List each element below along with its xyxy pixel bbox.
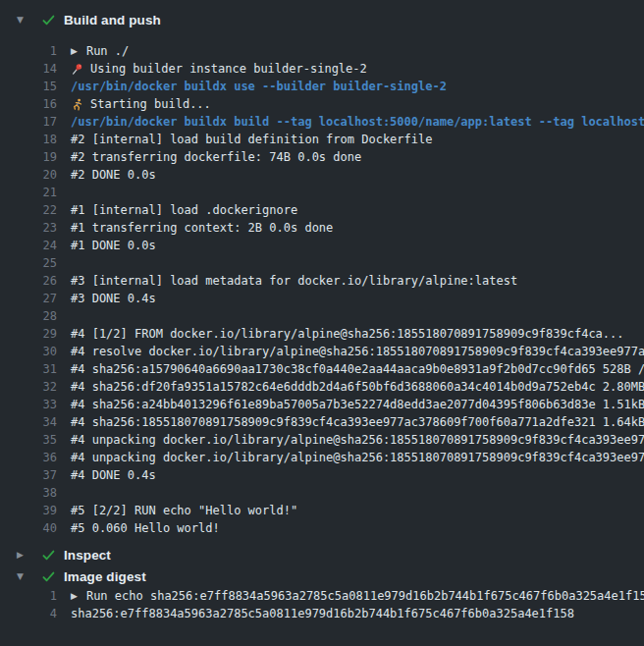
line-content: #1 transferring context: 2B 0.0s done — [57, 221, 644, 235]
line-content: sha256:e7ff8834a5963a2785c5a0811e979d16b… — [57, 607, 644, 620]
disclosure-triangle-icon[interactable]: ▼ — [17, 9, 41, 30]
log-line: 40 #5 0.060 Hello world! — [0, 519, 644, 537]
line-number[interactable]: 18 — [0, 133, 57, 146]
log-line: 30 #4 resolve docker.io/library/alpine@s… — [0, 343, 644, 360]
line-number[interactable]: 20 — [0, 168, 57, 182]
line-number[interactable]: 26 — [0, 274, 57, 288]
play-icon[interactable]: ▶ — [71, 46, 78, 56]
line-content: #3 DONE 0.4s — [57, 292, 644, 305]
log-line: 35 #4 unpacking docker.io/library/alpine… — [0, 431, 644, 449]
section-header[interactable]: ▼ Build and push — [0, 9, 644, 30]
line-content: Using builder instance builder-single-2 — [57, 62, 644, 76]
line-content: #4 unpacking docker.io/library/alpine@sh… — [57, 451, 644, 464]
line-content: #4 unpacking docker.io/library/alpine@sh… — [57, 433, 644, 447]
line-content: #2 [internal] load build definition from… — [57, 133, 644, 146]
line-text: #4 sha256:185518070891758909c9f839cf4ca3… — [71, 415, 644, 429]
line-number[interactable]: 21 — [0, 186, 57, 199]
log-line: 33 #4 sha256:a24bb4013296f61e89ba57005a7… — [0, 396, 644, 413]
line-number[interactable]: 33 — [0, 398, 57, 411]
line-content: #4 sha256:a24bb4013296f61e89ba57005a7b3e… — [57, 398, 644, 411]
log-line: 18 #2 [internal] load build definition f… — [0, 131, 644, 148]
line-content: Starting build... — [57, 97, 644, 111]
pushpin-icon — [71, 63, 83, 76]
line-number[interactable]: 28 — [0, 309, 57, 323]
section-title: Build and push — [64, 13, 161, 27]
line-text: Starting build... — [90, 97, 211, 111]
line-content: #2 transferring dockerfile: 74B 0.0s don… — [57, 150, 644, 164]
log-line: 26 #3 [internal] load metadata for docke… — [0, 272, 644, 290]
line-number[interactable]: 23 — [0, 221, 57, 235]
line-number[interactable]: 27 — [0, 292, 57, 305]
line-number[interactable]: 39 — [0, 504, 57, 517]
log-line: 24 #1 DONE 0.0s — [0, 237, 644, 254]
line-number[interactable]: 1 — [0, 44, 57, 58]
section-header[interactable]: ▶ Inspect — [0, 544, 644, 565]
log-line: 37 #4 DONE 0.4s — [0, 466, 644, 484]
success-check-icon — [41, 548, 64, 563]
log-line: 4 sha256:e7ff8834a5963a2785c5a0811e979d1… — [0, 605, 644, 622]
log-line: 28 — [0, 307, 644, 325]
log-line: 1 ▶ Run echo sha256:e7ff8834a5963a2785c5… — [0, 587, 644, 605]
play-icon[interactable]: ▶ — [71, 591, 78, 601]
line-content: #4 [1/2] FROM docker.io/library/alpine@s… — [57, 327, 644, 341]
log-lines: 1 ▶ Run echo sha256:e7ff8834a5963a2785c5… — [0, 587, 644, 622]
line-text: #4 unpacking docker.io/library/alpine@sh… — [71, 451, 644, 464]
line-number[interactable]: 29 — [0, 327, 57, 341]
log-line: 32 #4 sha256:df20fa9351a15782c64e6dddb2d… — [0, 378, 644, 396]
line-number[interactable]: 24 — [0, 239, 57, 252]
line-number[interactable]: 34 — [0, 415, 57, 429]
line-number[interactable]: 25 — [0, 256, 57, 270]
line-number[interactable]: 14 — [0, 62, 57, 76]
section-header[interactable]: ▼ Image digest — [0, 565, 644, 587]
line-content: #3 [internal] load metadata for docker.i… — [57, 274, 644, 288]
line-content: #1 DONE 0.0s — [57, 239, 644, 252]
line-text: #1 [internal] load .dockerignore — [71, 203, 297, 217]
line-text: #2 DONE 0.0s — [71, 168, 156, 182]
line-number[interactable]: 31 — [0, 362, 57, 376]
line-number[interactable]: 16 — [0, 97, 57, 111]
line-number[interactable]: 36 — [0, 451, 57, 464]
line-number[interactable]: 19 — [0, 150, 57, 164]
line-number[interactable]: 17 — [0, 115, 57, 129]
line-content: #4 sha256:a15790640a6690aa1730c38cf0a440… — [57, 362, 644, 376]
log-line: 31 #4 sha256:a15790640a6690aa1730c38cf0a… — [0, 360, 644, 378]
line-text: #4 unpacking docker.io/library/alpine@sh… — [71, 433, 644, 447]
line-content: ▶ Run echo sha256:e7ff8834a5963a2785c5a0… — [57, 589, 644, 603]
log-line: 17 /usr/bin/docker buildx build --tag lo… — [0, 113, 644, 131]
line-content: #4 sha256:185518070891758909c9f839cf4ca3… — [57, 415, 644, 429]
line-text: /usr/bin/docker buildx use --builder bui… — [71, 80, 447, 93]
line-number[interactable]: 30 — [0, 345, 57, 358]
line-text: #1 transferring context: 2B 0.0s done — [71, 221, 333, 235]
line-text: #4 sha256:a15790640a6690aa1730c38cf0a440… — [71, 362, 644, 376]
line-text: #2 [internal] load build definition from… — [71, 133, 432, 146]
line-number[interactable]: 1 — [0, 589, 57, 603]
line-text: #3 DONE 0.4s — [71, 292, 156, 305]
line-number[interactable]: 38 — [0, 486, 57, 500]
line-number[interactable]: 15 — [0, 80, 57, 93]
line-number[interactable]: 32 — [0, 380, 57, 394]
line-text: #1 DONE 0.0s — [71, 239, 156, 252]
log-line: 39 #5 [2/2] RUN echo "Hello world!" — [0, 502, 644, 519]
line-content: ▶ Run ./ — [57, 44, 644, 58]
disclosure-triangle-icon[interactable]: ▶ — [17, 544, 41, 565]
disclosure-triangle-icon[interactable]: ▼ — [17, 565, 41, 587]
line-content: #1 [internal] load .dockerignore — [57, 203, 644, 217]
line-text: #5 0.060 Hello world! — [71, 521, 220, 535]
line-number[interactable]: 22 — [0, 203, 57, 217]
line-text: #4 [1/2] FROM docker.io/library/alpine@s… — [71, 327, 624, 341]
line-text: sha256:e7ff8834a5963a2785c5a0811e979d16b… — [71, 607, 574, 620]
section-title: Image digest — [64, 569, 146, 584]
workflow-log-viewer: ▼ Build and push 1 ▶ Run ./ 14 — [0, 0, 644, 646]
line-text: #4 resolve docker.io/library/alpine@sha2… — [71, 345, 644, 358]
line-number[interactable]: 4 — [0, 607, 57, 620]
log-line: 14 Using builder instance builder-single… — [0, 60, 644, 78]
line-number[interactable]: 35 — [0, 433, 57, 447]
line-text: #4 DONE 0.4s — [71, 468, 156, 482]
line-number[interactable]: 37 — [0, 468, 57, 482]
runner-icon — [71, 98, 83, 111]
log-lines: 1 ▶ Run ./ 14 Using builder instance bui… — [0, 42, 644, 537]
log-line: 21 — [0, 184, 644, 201]
line-number[interactable]: 40 — [0, 521, 57, 535]
success-check-icon — [41, 569, 64, 584]
line-content: #2 DONE 0.0s — [57, 168, 644, 182]
